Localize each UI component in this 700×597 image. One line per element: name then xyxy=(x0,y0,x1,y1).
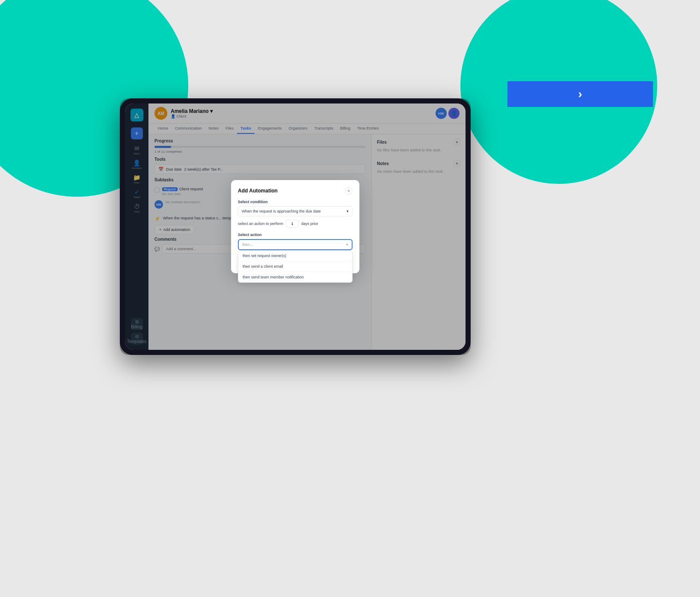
modal-overlay: Add Automation × Select condition When t… xyxy=(125,103,466,350)
dropdown-chevron-icon: ▾ xyxy=(346,242,348,247)
action-label: Select action xyxy=(238,233,353,237)
tablet-frame: △ + ✉ Inbox 👤 Contacts 📁 Docs ✓ Tasks ⏱ … xyxy=(120,98,471,355)
days-row: select an action to perform days prior xyxy=(238,220,353,228)
dropdown-item-2[interactable]: then send a client email xyxy=(238,261,352,272)
action-placeholder: then... xyxy=(242,242,253,247)
chevron-down-icon: ▾ xyxy=(347,209,349,213)
days-input[interactable] xyxy=(286,220,299,228)
tablet-screen: △ + ✉ Inbox 👤 Contacts 📁 Docs ✓ Tasks ⏱ … xyxy=(125,103,466,350)
condition-select[interactable]: When the request is approaching the due … xyxy=(238,206,353,216)
action-dropdown-container: then... ▾ then set request owner(s) then… xyxy=(238,239,353,250)
dropdown-item-1[interactable]: then set request owner(s) xyxy=(238,251,352,261)
action-select[interactable]: then... ▾ xyxy=(238,239,353,250)
modal-title: Add Automation xyxy=(238,188,278,194)
add-automation-modal: Add Automation × Select condition When t… xyxy=(231,180,359,273)
condition-label: Select condition xyxy=(238,200,353,204)
modal-close-button[interactable]: × xyxy=(345,187,353,195)
action-dropdown-menu: then set request owner(s) then send a cl… xyxy=(238,250,353,283)
days-suffix: days prior xyxy=(301,222,318,226)
dropdown-item-3[interactable]: then send team member notification xyxy=(238,272,352,282)
days-label: select an action to perform xyxy=(238,222,283,226)
chevron-right-icon: › xyxy=(578,87,582,101)
condition-value: When the request is approaching the due … xyxy=(242,209,321,213)
modal-header: Add Automation × xyxy=(238,187,353,195)
next-arrow-button[interactable]: › xyxy=(507,81,653,107)
